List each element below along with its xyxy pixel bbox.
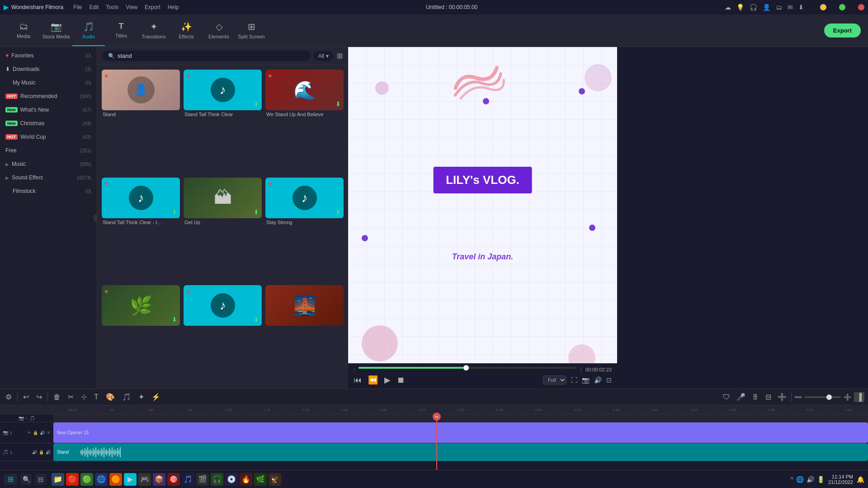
- search-input-wrap[interactable]: 🔍: [103, 51, 310, 61]
- audio-card-5[interactable]: 🏔 ⬇ Get Up: [184, 178, 262, 282]
- toolbar-media[interactable]: 🗂 Media: [7, 15, 40, 46]
- preview-progress-bar[interactable]: [359, 367, 577, 369]
- mic-button[interactable]: 🎤: [735, 392, 747, 402]
- audio-card-4[interactable]: ♪ ♥ ⬇ Stand Tall Think Clear - I...: [102, 178, 180, 282]
- taskbar-app-vlc[interactable]: 🎬: [196, 473, 209, 486]
- volume-button[interactable]: 🔊: [594, 376, 602, 384]
- sidebar-item-christmas[interactable]: New Christmas (43): [0, 117, 97, 130]
- taskbar-app-chrome[interactable]: 🌐: [95, 473, 108, 486]
- audio-track-clip[interactable]: Stand: [53, 443, 868, 461]
- toolbar-titles[interactable]: T Titles: [105, 15, 137, 46]
- rewind-button[interactable]: ⏮: [354, 375, 362, 385]
- favorite-icon-2[interactable]: ♥: [186, 72, 190, 80]
- download-icon-5[interactable]: ⬇: [254, 208, 259, 216]
- search-filter-dropdown[interactable]: All ▾: [314, 51, 333, 61]
- account-icon[interactable]: 👤: [763, 4, 770, 11]
- headphone-icon[interactable]: 🎧: [750, 4, 757, 11]
- favorite-icon-8[interactable]: ♥: [186, 288, 190, 295]
- maximize-button[interactable]: [839, 4, 845, 10]
- step-back-button[interactable]: ⏪: [368, 375, 378, 385]
- taskbar-app-extra2[interactable]: 🔥: [240, 473, 252, 486]
- toolbar-elements[interactable]: ◇ Elements: [203, 15, 235, 46]
- add-video-track[interactable]: 📷 + 🎵: [0, 414, 53, 422]
- taskbar-app-steam[interactable]: 🎮: [138, 473, 151, 486]
- text-button[interactable]: T: [92, 392, 100, 402]
- zoom-thumb[interactable]: [826, 394, 832, 400]
- video-track-content[interactable]: New Opener 15: [53, 422, 868, 443]
- add-track-button[interactable]: ➕: [776, 392, 788, 402]
- zoom-in-icon[interactable]: ➕: [844, 394, 851, 401]
- toolbar-transitions[interactable]: ✦ Transitions: [137, 15, 170, 46]
- taskbar-chevron-icon[interactable]: ^: [790, 476, 793, 483]
- redo-button[interactable]: ↪: [34, 392, 44, 402]
- audio-card-1[interactable]: 👤 ♥ Stand: [102, 70, 180, 174]
- progress-thumb[interactable]: [463, 365, 469, 371]
- toolbar-stock-media[interactable]: 📷 Stock Media: [40, 15, 72, 46]
- taskbar-app-tree[interactable]: 🌿: [254, 473, 267, 486]
- close-button[interactable]: [858, 4, 864, 10]
- toolbar-split-screen[interactable]: ⊞ Split Screen: [235, 15, 268, 46]
- menu-tools[interactable]: Tools: [106, 4, 118, 10]
- start-button[interactable]: ⊞: [4, 474, 17, 485]
- bulb-icon[interactable]: 💡: [736, 4, 744, 11]
- projects-icon[interactable]: 🗂: [776, 4, 782, 11]
- sidebar-item-sound-effect[interactable]: ▶ Sound Effect (4274): [0, 171, 97, 184]
- lock-icon-v[interactable]: 🔒: [33, 431, 38, 435]
- shield-button[interactable]: 🛡: [721, 392, 732, 402]
- hide-icon-v[interactable]: 👁: [47, 431, 51, 435]
- download-icon-3[interactable]: ⬇: [335, 100, 341, 108]
- sidebar-item-downloads[interactable]: ⬇ Downloads (3): [0, 62, 97, 76]
- favorite-icon-4[interactable]: ♥: [104, 180, 108, 188]
- download-icon-4[interactable]: ⬇: [172, 208, 177, 216]
- audio-lock-icon[interactable]: 🔒: [39, 450, 44, 455]
- crop-button[interactable]: ✦: [137, 392, 146, 402]
- sidebar-item-filmstock[interactable]: Filmstock (0): [0, 184, 97, 198]
- screenshot-button[interactable]: 📷: [582, 376, 590, 384]
- sidebar-item-music[interactable]: ▶ Music (995): [0, 157, 97, 171]
- audio-icon-v[interactable]: 🔊: [40, 431, 45, 435]
- audio-card-3[interactable]: 🌊 ♥ ⬇ We Stand Up And Believe: [265, 70, 344, 174]
- zoom-out-icon[interactable]: ➖: [794, 394, 802, 401]
- quality-select[interactable]: Full 1/2 1/4: [543, 375, 566, 385]
- undo-button[interactable]: ↩: [21, 392, 31, 402]
- cloud-icon[interactable]: ☁: [725, 4, 731, 11]
- grid-options-icon[interactable]: ⊞: [337, 52, 343, 60]
- favorite-icon-3[interactable]: ♥: [268, 72, 272, 80]
- taskbar-network-icon[interactable]: 🌐: [796, 476, 804, 483]
- taskbar-app-explorer[interactable]: 📁: [52, 473, 64, 486]
- stop-button[interactable]: ⏹: [397, 375, 405, 385]
- play-button[interactable]: ▶: [384, 375, 391, 385]
- magnet-button[interactable]: ⊹: [79, 392, 89, 402]
- download-icon-8[interactable]: ⬇: [254, 316, 259, 323]
- video-track-clip[interactable]: New Opener 15: [53, 422, 868, 443]
- minimize-button[interactable]: [820, 4, 826, 10]
- favorite-icon-7[interactable]: ♥: [104, 288, 108, 295]
- download-icon[interactable]: ⬇: [798, 4, 804, 11]
- mail-icon[interactable]: ✉: [788, 4, 793, 11]
- color-button[interactable]: 🎨: [104, 392, 117, 402]
- delete-button[interactable]: 🗑: [52, 392, 62, 402]
- audio-card-8[interactable]: ♪ ♥ ⬇: [184, 285, 262, 384]
- taskbar-volume-icon[interactable]: 🔊: [807, 476, 814, 483]
- split-track-button[interactable]: ⊟: [764, 392, 773, 402]
- toolbar-audio[interactable]: 🎵 Audio: [72, 15, 105, 46]
- taskbar-app-music[interactable]: 🎵: [182, 473, 194, 486]
- taskbar-app-game[interactable]: 🎯: [167, 473, 180, 486]
- sidebar-item-world-cup[interactable]: HOT World Cup (43): [0, 130, 97, 144]
- download-icon-7[interactable]: ⬇: [172, 316, 177, 323]
- audio-card-6[interactable]: ♪ ♥ ⬇ Stay Strong: [265, 178, 344, 282]
- audio-card-2[interactable]: ♪ ♥ ⬇ Stand Tall Think Clear: [184, 70, 262, 174]
- taskbar-search-button[interactable]: 🔍: [21, 474, 32, 485]
- menu-export[interactable]: Export: [145, 4, 160, 10]
- sidebar-item-my-music[interactable]: My Music (0): [0, 76, 97, 89]
- taskbar-app-spotify[interactable]: 🎧: [211, 473, 223, 486]
- settings-button[interactable]: ⚙: [4, 392, 14, 402]
- audio-card-9[interactable]: 🌉: [265, 285, 344, 384]
- taskbar-app-opera[interactable]: 🔴: [66, 473, 79, 486]
- taskbar-app-opera2[interactable]: 🟠: [109, 473, 122, 486]
- audio-mute-icon[interactable]: 🔊: [46, 450, 51, 455]
- sidebar-item-free[interactable]: Free (251): [0, 144, 97, 157]
- menu-file[interactable]: File: [73, 4, 82, 10]
- search-input[interactable]: [118, 52, 305, 59]
- sidebar-item-whats-new[interactable]: New What's New (67): [0, 103, 97, 117]
